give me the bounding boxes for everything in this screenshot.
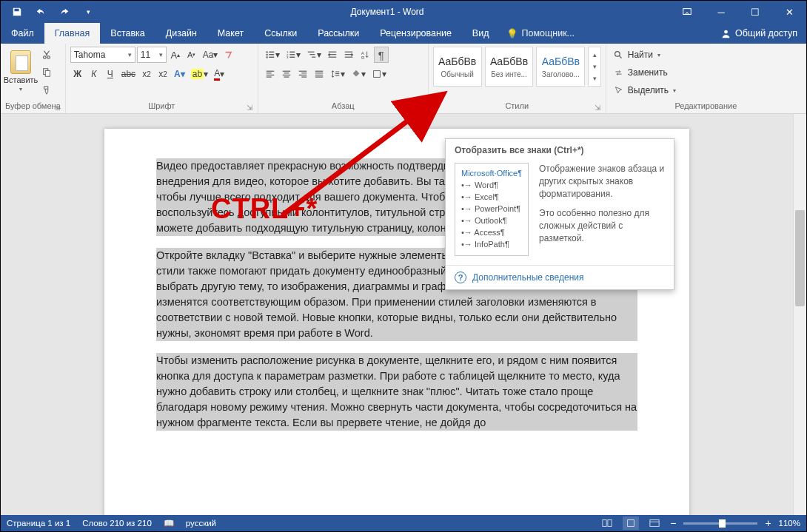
tab-insert[interactable]: Вставка	[100, 23, 155, 44]
font-dialog-launcher[interactable]: ⇲	[246, 104, 253, 111]
undo-button[interactable]	[30, 1, 51, 23]
style-normal[interactable]: АаБбВвОбычный	[433, 47, 482, 87]
styles-gallery-more[interactable]: ▴▾▾	[588, 47, 600, 87]
clipboard-icon	[10, 50, 31, 74]
style-heading1[interactable]: АаБбВвЗаголово...	[536, 47, 585, 87]
copy-button[interactable]	[39, 64, 54, 81]
borders-button[interactable]: ▾	[369, 66, 389, 82]
paste-button[interactable]: Вставить ▾	[5, 47, 36, 95]
underline-button[interactable]: Ч	[103, 66, 118, 82]
share-label: Общий доступ	[735, 28, 797, 38]
strikethrough-button[interactable]: abc	[119, 66, 138, 82]
align-center-button[interactable]	[279, 66, 294, 82]
shrink-font-button[interactable]: A▾	[184, 47, 199, 63]
tooltip-help-link[interactable]: ? Дополнительные сведения	[446, 265, 674, 289]
decrease-indent-button[interactable]	[325, 47, 340, 63]
share-button[interactable]: Общий доступ	[712, 23, 806, 44]
bold-button[interactable]: Ж	[70, 66, 85, 82]
vertical-scrollbar[interactable]	[793, 114, 806, 515]
multilevel-list-button[interactable]: ▾	[304, 47, 324, 63]
view-read-mode[interactable]	[599, 516, 615, 530]
show-marks-button[interactable]: ¶	[374, 47, 389, 63]
font-size-value: 11	[141, 50, 150, 60]
svg-rect-35	[299, 71, 307, 72]
clipboard-dialog-launcher[interactable]: ⇲	[53, 104, 61, 111]
paragraph-dialog-launcher[interactable]: ⇲	[416, 104, 423, 111]
minimize-button[interactable]: ─	[704, 1, 738, 23]
chevron-down-icon: ▾	[125, 51, 132, 58]
svg-rect-13	[289, 54, 295, 55]
zoom-out-button[interactable]: −	[670, 517, 676, 529]
grow-font-button[interactable]: A▴	[168, 47, 183, 63]
find-button[interactable]: Найти ▾	[611, 47, 663, 63]
bullets-button[interactable]: ▾	[263, 47, 282, 63]
select-button[interactable]: Выделить ▾	[611, 82, 679, 98]
tooltip-title: Отобразить все знаки (Ctrl+*)	[446, 139, 674, 158]
redo-button[interactable]	[54, 1, 75, 23]
select-label: Выделить	[628, 85, 669, 95]
view-web-layout[interactable]	[646, 516, 663, 530]
svg-rect-11	[289, 52, 295, 53]
tell-me[interactable]: 💡 Помощник...	[499, 23, 582, 44]
styles-dialog-launcher[interactable]: ⇲	[594, 104, 601, 111]
tab-file[interactable]: Файл	[1, 23, 44, 44]
superscript-button[interactable]: x2	[155, 66, 170, 82]
style-preview: АаБбВв	[438, 55, 476, 67]
tab-references[interactable]: Ссылки	[254, 23, 307, 44]
scrollbar-thumb[interactable]	[795, 210, 805, 306]
svg-rect-33	[283, 75, 291, 75]
tab-mailings[interactable]: Рассылки	[307, 23, 369, 44]
view-print-layout[interactable]	[623, 516, 639, 530]
cut-button[interactable]	[39, 47, 54, 63]
window-controls: ─ ☐ ✕	[670, 1, 806, 23]
align-right-button[interactable]	[295, 66, 310, 82]
style-name: Заголово...	[542, 70, 580, 78]
paragraph-3[interactable]: Чтобы изменить расположение рисунка в до…	[156, 353, 637, 431]
svg-rect-44	[335, 73, 339, 74]
tab-design[interactable]: Дизайн	[155, 23, 207, 44]
format-painter-button[interactable]	[39, 82, 54, 98]
align-left-button[interactable]	[263, 66, 278, 82]
shading-button[interactable]: ▾	[349, 66, 368, 82]
help-icon: ?	[455, 272, 466, 283]
save-button[interactable]	[7, 1, 27, 23]
subscript-button[interactable]: x2	[139, 66, 154, 82]
status-words[interactable]: Слово 210 из 210	[82, 519, 152, 528]
sort-button[interactable]: AЯ	[358, 47, 372, 63]
zoom-slider[interactable]	[683, 522, 757, 525]
zoom-in-button[interactable]: +	[765, 517, 771, 529]
status-spellcheck-icon[interactable]: 📖	[164, 518, 174, 528]
zoom-slider-knob[interactable]	[719, 519, 726, 528]
qat-customize-button[interactable]: ▾	[78, 1, 98, 23]
title-bar: ▾ Документ1 - Word ─ ☐ ✕	[1, 1, 806, 23]
clear-formatting-button[interactable]	[221, 47, 236, 63]
font-name-combo[interactable]: Tahoma▾	[70, 47, 135, 63]
tab-view[interactable]: Вид	[462, 23, 500, 44]
tab-review[interactable]: Рецензирование	[369, 23, 462, 44]
italic-button[interactable]: К	[87, 66, 101, 82]
replace-button[interactable]: Заменить	[611, 64, 671, 81]
status-page[interactable]: Страница 1 из 1	[7, 519, 70, 528]
status-language[interactable]: русский	[186, 519, 216, 528]
tab-home[interactable]: Главная	[44, 23, 101, 44]
text-effects-button[interactable]: A▾	[172, 66, 187, 82]
zoom-level[interactable]: 110%	[779, 519, 800, 528]
close-button[interactable]: ✕	[772, 1, 806, 23]
svg-rect-19	[329, 52, 337, 53]
svg-rect-29	[267, 75, 275, 75]
tab-layout[interactable]: Макет	[207, 23, 254, 44]
style-no-spacing[interactable]: АаБбВвБез инте...	[485, 47, 534, 87]
line-spacing-button[interactable]: ▾	[328, 66, 347, 82]
show-marks-tooltip: Отобразить все знаки (Ctrl+*) Microsoft·…	[445, 138, 674, 290]
font-size-combo[interactable]: 11▾	[137, 47, 167, 63]
maximize-button[interactable]: ☐	[738, 1, 772, 23]
justify-button[interactable]	[312, 66, 327, 82]
highlight-button[interactable]: ab▾	[189, 66, 210, 82]
numbering-button[interactable]: 123▾	[284, 47, 303, 63]
ribbon-display-button[interactable]	[670, 1, 704, 23]
font-color-button[interactable]: A▾	[212, 66, 227, 82]
group-editing-label: Редактирование	[674, 101, 737, 110]
svg-rect-42	[315, 77, 324, 78]
increase-indent-button[interactable]	[341, 47, 356, 63]
change-case-button[interactable]: Aa▾	[201, 47, 221, 63]
